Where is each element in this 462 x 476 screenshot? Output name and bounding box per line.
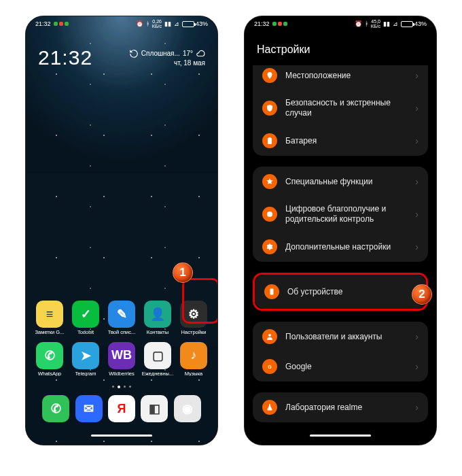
- page-title: Настройки: [245, 31, 436, 65]
- app-icon: ▢: [144, 342, 171, 369]
- app-dock[interactable]: Я: [105, 395, 138, 422]
- settings-item-label: Безопасность и экстренные случаи: [285, 98, 407, 118]
- app-label: Telegram: [75, 371, 96, 377]
- app-Музыка[interactable]: ♪Музыка: [177, 342, 211, 377]
- shield-icon: [262, 101, 277, 116]
- settings-item-label: Батарея: [285, 136, 407, 146]
- app-icon: 👤: [144, 301, 171, 328]
- clock-widget[interactable]: 21:32 Сплошная... 17° чт, 18 мая: [26, 31, 217, 69]
- app-icon: ◧: [141, 395, 168, 422]
- settings-item[interactable]: Местоположение›: [253, 65, 428, 90]
- battery-indicator: 43%: [182, 20, 208, 27]
- step-badge-2: 2: [412, 284, 432, 305]
- notification-icons: [272, 22, 287, 26]
- app-dock[interactable]: ✆: [39, 395, 72, 422]
- chevron-right-icon: ›: [415, 361, 419, 372]
- bluetooth-icon: ᚼ: [365, 20, 368, 27]
- chevron-right-icon: ›: [415, 209, 419, 220]
- app-icon: ✆: [42, 395, 69, 422]
- phone-home: 21:32 ⏰ ᚼ 0,26КБ/с ▮▮ ⊿ 43% 21:32: [26, 16, 217, 445]
- phone-icon: [264, 284, 279, 299]
- settings-item-about-device[interactable]: Об устройстве ›: [255, 275, 426, 309]
- app-Wildberries[interactable]: WBWildberries: [105, 342, 139, 377]
- chevron-right-icon: ›: [415, 402, 419, 413]
- settings-list: Местоположение›Безопасность и экстренные…: [245, 65, 436, 433]
- page-indicator: [33, 383, 211, 395]
- app-dock[interactable]: ◉: [171, 395, 204, 422]
- settings-item[interactable]: Пользователи и аккаунты›: [253, 322, 428, 352]
- settings-group: Пользователи и аккаунты›GGoogle›: [253, 322, 428, 381]
- settings-item[interactable]: Лаборатория realme›: [253, 392, 428, 422]
- star-icon: [262, 174, 277, 189]
- settings-item-label: Дополнительные настройки: [285, 242, 407, 252]
- refresh-icon: [129, 49, 139, 58]
- signal-icon: ⊿: [393, 20, 398, 27]
- app-Контакты[interactable]: 👤Контакты: [141, 301, 175, 335]
- app-icon: ♪: [180, 342, 207, 369]
- app-Telegram[interactable]: ➤Telegram: [69, 342, 103, 377]
- settings-item[interactable]: Безопасность и экстренные случаи›: [253, 90, 428, 126]
- user-icon: [262, 329, 277, 344]
- statusbar-time: 21:32: [35, 20, 51, 27]
- app-label: Заметки G...: [35, 330, 65, 335]
- cloud-icon: [196, 49, 205, 58]
- settings-item[interactable]: GGoogle›: [253, 352, 428, 381]
- app-grid: ≡Заметки G...✓Todobit✎Твой спис...👤Конта…: [26, 301, 217, 445]
- clock-time: 21:32: [38, 46, 92, 69]
- app-Настройки[interactable]: ⚙Настройки: [177, 301, 211, 335]
- app-icon: Я: [108, 395, 135, 422]
- app-icon: ✉: [75, 395, 103, 422]
- app-Ежедневны...[interactable]: ▢Ежедневны...: [141, 342, 175, 377]
- chevron-right-icon: ›: [415, 176, 419, 187]
- chevron-right-icon: ›: [415, 241, 419, 252]
- pin-icon: [262, 68, 277, 83]
- gear-icon: [262, 239, 277, 254]
- app-icon: ✎: [108, 301, 135, 328]
- settings-group: Специальные функции›Цифровое благополучи…: [253, 167, 428, 262]
- settings-item[interactable]: Специальные функции›: [253, 167, 428, 197]
- settings-item[interactable]: Батарея›: [253, 126, 428, 156]
- settings-item[interactable]: Цифровое благополучие и родительский кон…: [253, 197, 428, 232]
- app-Todobit[interactable]: ✓Todobit: [69, 301, 103, 335]
- app-Заметки G...[interactable]: ≡Заметки G...: [33, 301, 67, 335]
- net-speed: 0,26КБ/с: [152, 19, 162, 29]
- signal-icon: ⊿: [174, 20, 179, 27]
- app-dock[interactable]: ◧: [138, 395, 171, 422]
- flask-icon: [262, 400, 277, 415]
- app-icon: ◉: [174, 395, 201, 422]
- settings-item-label: Пользователи и аккаунты: [285, 332, 407, 342]
- signal-icon: ▮▮: [383, 20, 390, 27]
- bluetooth-icon: ᚼ: [146, 20, 149, 27]
- app-label: WhatsApp: [38, 371, 62, 377]
- app-label: Wildberries: [109, 371, 135, 377]
- app-icon: ➤: [72, 342, 99, 369]
- statusbar: 21:32 ⏰ ᚼ 0,26КБ/с ▮▮ ⊿ 43%: [26, 16, 217, 31]
- app-dock[interactable]: ✉: [72, 395, 105, 422]
- svg-text:G: G: [268, 364, 272, 369]
- svg-point-5: [268, 334, 271, 337]
- settings-item[interactable]: Дополнительные настройки›: [253, 232, 428, 262]
- settings-group: Местоположение›Безопасность и экстренные…: [253, 65, 428, 156]
- svg-rect-4: [270, 289, 274, 295]
- svg-rect-1: [269, 137, 271, 138]
- home-indicator: [310, 435, 371, 437]
- weather-widget[interactable]: Сплошная... 17° чт, 18 мая: [129, 49, 205, 67]
- app-icon: ✓: [72, 301, 99, 328]
- chevron-right-icon: ›: [415, 103, 419, 114]
- step-badge-1: 1: [173, 262, 193, 283]
- date-label: чт, 18 мая: [129, 58, 205, 67]
- settings-item-label: Специальные функции: [285, 177, 407, 187]
- chevron-right-icon: ›: [415, 70, 419, 81]
- home-indicator: [91, 435, 152, 437]
- chevron-right-icon: ›: [415, 135, 419, 146]
- g-icon: G: [262, 359, 277, 374]
- app-icon: ✆: [36, 342, 63, 369]
- alarm-icon: ⏰: [355, 20, 362, 27]
- settings-item-label: Местоположение: [285, 71, 407, 81]
- settings-group: Об устройстве ›: [255, 275, 426, 309]
- app-label: Музыка: [185, 371, 203, 377]
- app-Твой спис...[interactable]: ✎Твой спис...: [105, 301, 139, 335]
- chevron-right-icon: ›: [415, 331, 419, 342]
- svg-point-2: [267, 211, 272, 217]
- app-WhatsApp[interactable]: ✆WhatsApp: [33, 342, 67, 377]
